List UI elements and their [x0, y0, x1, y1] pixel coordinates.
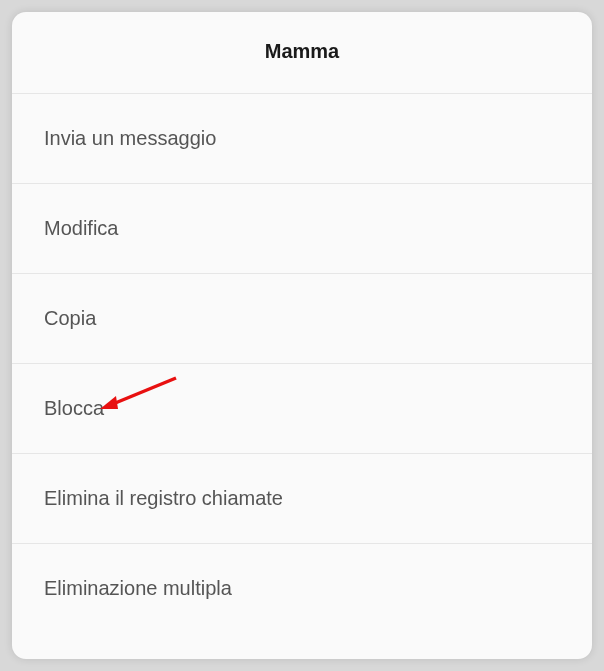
menu-item-send-message[interactable]: Invia un messaggio [12, 94, 592, 184]
menu-item-label: Eliminazione multipla [44, 577, 232, 599]
modal-header: Mamma [12, 12, 592, 94]
menu-item-label: Copia [44, 307, 96, 329]
arrow-annotation-icon [96, 374, 186, 414]
context-menu-modal: Mamma Invia un messaggio Modifica Copia … [12, 12, 592, 659]
menu-item-label: Elimina il registro chiamate [44, 487, 283, 509]
menu-item-copy[interactable]: Copia [12, 274, 592, 364]
contact-name-title: Mamma [265, 40, 339, 62]
menu-item-label: Blocca [44, 397, 104, 419]
menu-item-label: Modifica [44, 217, 118, 239]
menu-item-block[interactable]: Blocca [12, 364, 592, 454]
menu-item-edit[interactable]: Modifica [12, 184, 592, 274]
menu-item-label: Invia un messaggio [44, 127, 216, 149]
svg-line-1 [108, 378, 176, 406]
menu-list: Invia un messaggio Modifica Copia Blocca… [12, 94, 592, 659]
menu-item-delete-call-log[interactable]: Elimina il registro chiamate [12, 454, 592, 544]
menu-item-multi-delete[interactable]: Eliminazione multipla [12, 544, 592, 633]
